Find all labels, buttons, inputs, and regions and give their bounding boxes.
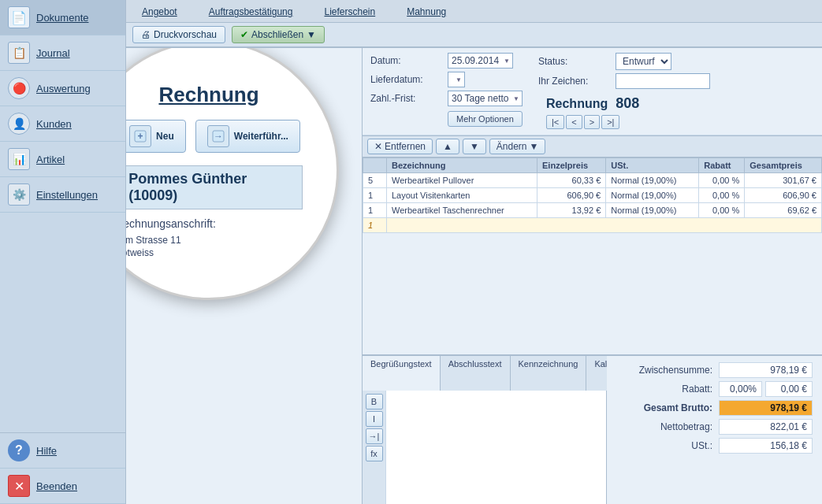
col-header-bezeichnung: Bezeichnung (387, 158, 537, 173)
druckvorschau-button[interactable]: 🖨 Druckvorschau (132, 26, 225, 43)
up-button[interactable]: ▲ (436, 139, 459, 154)
bottom-editor: BI→|fx (363, 391, 606, 504)
artikel-icon: 📊 (8, 148, 30, 170)
lieferdatum-select-wrapper (448, 72, 465, 87)
datum-select[interactable]: 25.09.2014 (448, 53, 513, 69)
magnifier-address-label: Rechnungsanschrift: (126, 217, 303, 230)
editor-btn-i[interactable]: I (366, 411, 383, 427)
sidebar-label-einstellungen: Einstellungen (36, 189, 98, 201)
right-panel: Datum: 25.09.2014 Lieferdatum: (363, 48, 822, 504)
ihr-zeichen-input[interactable] (616, 73, 710, 89)
printer-icon: 🖨 (141, 29, 151, 40)
entfernen-button[interactable]: ✕ Entfernen (367, 139, 433, 154)
beenden-icon: ✕ (8, 475, 30, 497)
rabatt-label: Rabatt: (616, 384, 719, 395)
sidebar-label-kunden: Kunden (36, 118, 72, 130)
table-row[interactable]: 1 Layout Visitenkarten 606,90 € Normal (… (363, 188, 822, 203)
dokumente-icon: 📄 (8, 6, 30, 28)
lieferdatum-label: Lieferdatum: (370, 74, 441, 85)
sidebar-label-artikel: Artikel (36, 154, 65, 165)
top-nav: Angebot Auftragsbestätigung Lieferschein… (126, 0, 822, 23)
sidebar-item-beenden[interactable]: ✕ Beenden (0, 469, 125, 504)
ust-row: USt.: 156,18 € (616, 438, 813, 454)
hilfe-icon: ? (8, 439, 30, 461)
up-icon: ▲ (443, 141, 452, 152)
sidebar-item-journal[interactable]: 📋 Journal (0, 35, 125, 71)
magnifier-address: Tom Strasse 11 Rotweiss (126, 233, 303, 258)
zwischensumme-row: Zwischensumme: 978,19 € (616, 362, 813, 378)
bottom-tab-begrüßungstext[interactable]: Begrüßungstext (363, 356, 441, 391)
neu-button[interactable]: + Neu (126, 120, 186, 153)
editor-textarea[interactable] (386, 391, 606, 504)
sidebar-label-beenden: Beenden (36, 480, 77, 492)
dropdown-arrow-icon: ▼ (307, 29, 316, 40)
check-icon: ✔ (240, 29, 248, 40)
lieferdatum-select[interactable] (448, 72, 465, 87)
magnifier-overlay: Rechnung + Neu → (126, 48, 339, 300)
ust-label: USt.: (616, 440, 719, 451)
bottom-left: BegrüßungstextAbschlusstextKennzeichnung… (363, 356, 607, 504)
netto-row: Nettobetrag: 822,01 € (616, 419, 813, 435)
col-header-gesamtpreis: Gesamtpreis (745, 158, 822, 173)
zahlungsfrist-row: Zahl.-Frist: 30 Tage netto (370, 91, 523, 106)
tab-angebot[interactable]: Angebot (126, 2, 193, 22)
zahlungsfrist-label: Zahl.-Frist: (370, 93, 441, 104)
sidebar-item-hilfe[interactable]: ? Hilfe (0, 433, 125, 469)
journal-icon: 📋 (8, 42, 30, 64)
auswertung-icon: 🔴 (8, 77, 30, 99)
sidebar-label-hilfe: Hilfe (36, 445, 57, 457)
sidebar-item-kunden[interactable]: 👤 Kunden (0, 106, 125, 142)
editor-btn-fx[interactable]: fx (366, 446, 383, 461)
sidebar-item-dokumente[interactable]: 📄 Dokumente (0, 0, 125, 35)
editor-btn-b[interactable]: B (366, 394, 383, 410)
nav-last-button[interactable]: >| (601, 115, 619, 129)
nav-prev-button[interactable]: < (566, 115, 582, 129)
bottom-tabs: BegrüßungstextAbschlusstextKennzeichnung… (363, 356, 606, 391)
down-icon: ▼ (470, 141, 479, 152)
editor-toolbar: BI→|fx (363, 391, 386, 504)
nav-first-button[interactable]: |< (546, 115, 564, 129)
tab-auftragsbestaetigung[interactable]: Auftragsbestätigung (193, 2, 309, 22)
status-select[interactable]: Entwurf (616, 53, 671, 70)
left-panel: Rechnung + Neu → (126, 48, 363, 504)
datum-label: Datum: (370, 55, 441, 66)
ust-value: 156,18 € (719, 438, 813, 454)
nav-next-button[interactable]: > (584, 115, 600, 129)
rabatt-value: 0,00 € (765, 381, 813, 397)
abschliessen-button[interactable]: ✔ Abschließen ▼ (232, 26, 325, 43)
aendern-button[interactable]: Ändern ▼ (489, 139, 546, 154)
sidebar: 📄 Dokumente 📋 Journal 🔴 Auswertung 👤 Kun… (0, 0, 126, 504)
weiterfuehren-button[interactable]: → Weiterführ... (195, 120, 300, 153)
form-section: Datum: 25.09.2014 Lieferdatum: (363, 48, 822, 135)
sidebar-item-auswertung[interactable]: 🔴 Auswertung (0, 71, 125, 106)
tab-mahnung[interactable]: Mahnung (391, 2, 462, 22)
mehr-optionen-button[interactable]: Mehr Optionen (448, 111, 523, 127)
table-new-row[interactable]: 1 (363, 218, 822, 233)
table-row[interactable]: 1 Werbeartikel Taschenrechner 13,92 € No… (363, 203, 822, 218)
netto-value: 822,01 € (719, 419, 813, 435)
magnifier-title: Rechnung (158, 83, 259, 107)
table-section: Bezeichnung Einzelpreis USt. Rabatt Gesa… (363, 158, 822, 354)
col-header-rabatt: Rabatt (699, 158, 745, 173)
document-toolbar: 🖨 Druckvorschau ✔ Abschließen ▼ (126, 23, 822, 48)
datum-select-wrapper: 25.09.2014 (448, 53, 513, 69)
gesamt-label: Gesamt Brutto: (616, 402, 719, 413)
zwischensumme-value: 978,19 € (719, 362, 813, 378)
col-header-ust: USt. (606, 158, 699, 173)
magnifier-customer: Pommes Günther (10009) (126, 165, 303, 209)
bottom-tab-abschlusstext[interactable]: Abschlusstext (441, 356, 511, 391)
bottom-tab-kennzeichnung[interactable]: Kennzeichnung (511, 356, 587, 391)
gesamt-value: 978,19 € (719, 400, 813, 416)
ihr-zeichen-row: Ihr Zeichen: (538, 73, 710, 89)
zahlungsfrist-select[interactable]: 30 Tage netto (448, 91, 523, 106)
table-row[interactable]: 5 Werbeartikel Pullover 60,33 € Normal (… (363, 173, 822, 188)
col-header-einzelpreis: Einzelpreis (537, 158, 606, 173)
sidebar-item-einstellungen[interactable]: ⚙️ Einstellungen (0, 177, 125, 213)
tab-lieferschein[interactable]: Lieferschein (308, 2, 391, 22)
editor-btn-→|[interactable]: →| (366, 428, 383, 444)
sidebar-item-artikel[interactable]: 📊 Artikel (0, 142, 125, 177)
rabatt-row: Rabatt: 0,00% 0,00 € (616, 381, 813, 397)
items-table: Bezeichnung Einzelpreis USt. Rabatt Gesa… (363, 158, 822, 233)
invoice-number-section: Rechnung 808 (538, 92, 710, 115)
down-button[interactable]: ▼ (463, 139, 486, 154)
